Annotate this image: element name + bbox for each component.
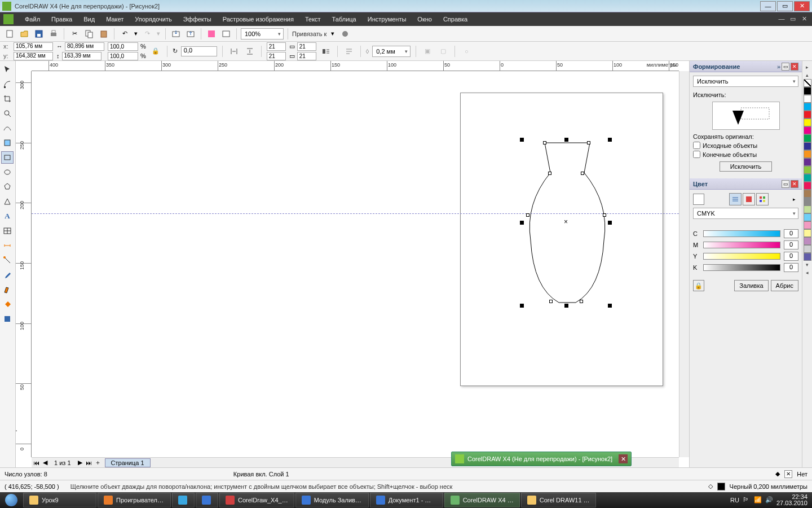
vase-curve-object[interactable]	[522, 142, 612, 311]
page-add-button[interactable]: ＋	[94, 458, 103, 467]
palette-swatch[interactable]	[804, 111, 811, 119]
shaping-collapse-button[interactable]: ▭	[782, 63, 789, 71]
spin1-input[interactable]: 21	[267, 42, 286, 51]
color-viewer-tab[interactable]	[743, 193, 755, 205]
language-indicator[interactable]: RU	[730, 497, 739, 503]
start-button[interactable]	[0, 492, 23, 508]
palette-swatch[interactable]	[804, 119, 811, 126]
copy-button[interactable]	[83, 28, 95, 40]
magenta-value[interactable]: 0	[784, 240, 798, 249]
color-flyout-button[interactable]: ▸	[793, 196, 798, 202]
print-button[interactable]	[47, 28, 60, 40]
palette-swatch[interactable]	[804, 253, 811, 261]
shaping-close-button[interactable]: ✕	[791, 63, 798, 71]
fill-tool[interactable]	[1, 298, 14, 310]
taskbar-item[interactable]: Документ1 - …	[370, 493, 443, 507]
ruler-horizontal[interactable]: миллиметры 40035030025020015010050050100…	[32, 61, 679, 71]
shaping-apply-button[interactable]: Исключить	[720, 161, 772, 172]
curve-node[interactable]	[543, 141, 546, 144]
menu-window[interactable]: Окно	[412, 14, 438, 25]
page-next-button[interactable]: ▶	[76, 458, 85, 467]
to-front-button[interactable]: ▣	[421, 45, 434, 58]
color-lock-button[interactable]: 🔒	[693, 280, 704, 291]
undo-button[interactable]: ↶	[118, 28, 131, 40]
curve-node[interactable]	[587, 141, 590, 144]
palette-scroll-down[interactable]: ▾	[806, 262, 809, 268]
basic-shapes-tool[interactable]	[1, 195, 14, 208]
new-button[interactable]	[3, 28, 16, 40]
tray-network-icon[interactable]: 📶	[754, 496, 762, 504]
color-sliders-tab[interactable]	[729, 193, 742, 205]
page-last-button[interactable]: ⏭	[85, 458, 94, 467]
scalex-input[interactable]: 100,0	[108, 42, 138, 51]
mdi-close-button[interactable]: ✕	[800, 15, 809, 23]
cyan-slider[interactable]	[703, 230, 780, 237]
menu-edit[interactable]: Правка	[46, 14, 78, 25]
curve-node[interactable]	[549, 300, 553, 303]
shaping-mode-combo[interactable]: Исключить	[693, 76, 798, 87]
fill-swatch[interactable]	[784, 470, 792, 478]
yellow-value[interactable]: 0	[784, 252, 798, 261]
zoom-combo[interactable]: 100%	[241, 28, 284, 40]
palette-swatch[interactable]	[804, 237, 811, 245]
tray-clock[interactable]: 22:34 27.03.2010	[776, 494, 807, 506]
scaley-input[interactable]: 100,0	[108, 52, 138, 60]
selection-handle[interactable]	[520, 304, 524, 308]
color-collapse-button[interactable]: ▭	[782, 180, 789, 188]
height-input[interactable]: 163,39 мм	[62, 52, 102, 60]
color-model-combo[interactable]: CMYK	[693, 208, 798, 219]
curve-node[interactable]	[526, 213, 529, 217]
tray-flag-icon[interactable]: 🏳	[743, 496, 751, 504]
curve-node[interactable]	[548, 172, 551, 175]
palette-swatch[interactable]	[804, 103, 811, 111]
palette-swatch[interactable]	[804, 221, 811, 229]
palette-swatch[interactable]	[804, 205, 811, 213]
palette-swatch[interactable]	[804, 87, 811, 95]
menu-tools[interactable]: Инструменты	[362, 14, 412, 25]
undo-dropdown[interactable]: ▾	[133, 28, 139, 40]
palette-swatch[interactable]	[804, 174, 811, 182]
canvas[interactable]: ×	[32, 71, 679, 457]
palette-swatch[interactable]	[804, 166, 811, 174]
palette-swatch[interactable]	[804, 229, 811, 237]
black-value[interactable]: 0	[784, 263, 798, 272]
redo-dropdown[interactable]: ▾	[156, 28, 161, 40]
cut-button[interactable]: ✂	[68, 28, 81, 40]
palette-swatch[interactable]	[804, 142, 811, 150]
width-input[interactable]: 80,896 мм	[65, 42, 104, 51]
palette-scroll-up[interactable]: ▴	[806, 72, 809, 78]
menu-arrange[interactable]: Упорядочить	[129, 14, 177, 25]
palette-swatch[interactable]	[804, 182, 811, 190]
yellow-slider[interactable]	[703, 253, 780, 260]
welcome-button[interactable]	[220, 28, 232, 40]
zoom-tool[interactable]	[1, 107, 14, 120]
minimize-button[interactable]: —	[760, 1, 776, 11]
spin4-input[interactable]: 21	[297, 52, 316, 60]
snap-dropdown[interactable]: ▾	[329, 28, 337, 40]
color-palette-tab[interactable]	[756, 193, 769, 205]
menu-layout[interactable]: Макет	[100, 14, 129, 25]
palette-swatch[interactable]	[804, 245, 811, 253]
taskbar-item[interactable]: Модуль Залив…	[295, 493, 369, 507]
canvas-area[interactable]: миллиметры 40035030025020015010050050100…	[16, 61, 689, 467]
palette-swatch[interactable]	[804, 213, 811, 221]
freehand-tool[interactable]	[1, 122, 14, 134]
crop-tool[interactable]	[1, 93, 14, 105]
apply-outline-button[interactable]: Абрис	[771, 280, 798, 291]
palette-swatch[interactable]	[804, 158, 811, 166]
eyedropper-tool[interactable]	[1, 269, 14, 281]
palette-swatch[interactable]	[804, 126, 811, 134]
redo-button[interactable]: ↷	[141, 28, 153, 40]
curve-node[interactable]	[603, 213, 606, 217]
dimension-tool[interactable]	[1, 239, 14, 252]
shape-tool[interactable]	[1, 78, 14, 90]
tray-volume-icon[interactable]: 🔊	[765, 496, 773, 504]
taskbar-item[interactable]: Урок9	[23, 493, 96, 507]
open-button[interactable]	[18, 28, 30, 40]
palette-swatch[interactable]	[804, 190, 811, 198]
text-tool[interactable]: A	[1, 210, 14, 222]
polygon-tool[interactable]	[1, 181, 14, 193]
taskbar-item[interactable]: CorelDraw_X4_…	[219, 493, 294, 507]
selection-handle[interactable]	[564, 138, 568, 142]
palette-swatch[interactable]	[804, 95, 811, 103]
